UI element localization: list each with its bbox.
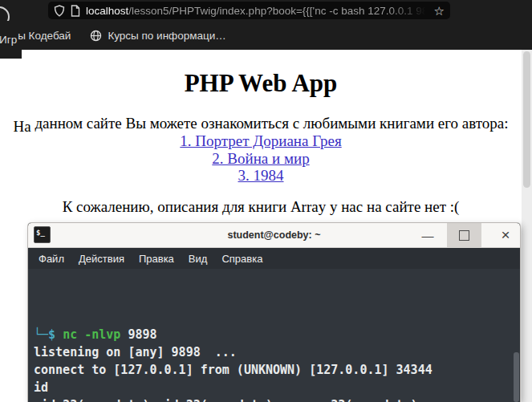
terminal-text-plain: connect to [127.0.0.1] from (UNKNOWN) [1… (34, 363, 433, 377)
terminal-text-plain: id (34, 380, 48, 395)
terminal-titlebar[interactable]: $_ student@codeby: ~ — × (28, 223, 520, 248)
terminal-output[interactable]: └─$ nc -nlvp 9898listening on [any] 9898… (28, 269, 520, 402)
url-text: localhost/lesson5/PHPTwig/index.php?book… (86, 5, 429, 17)
terminal-text-plain: listening on [any] 9898 ... (34, 345, 237, 359)
terminal-scrollbar-thumb[interactable] (514, 352, 519, 402)
terminal-menubar: ФайлДействияПравкаВидСправка (28, 248, 520, 269)
menu-item-вид[interactable]: Вид (189, 253, 208, 265)
shield-icon (54, 5, 65, 17)
globe-icon (90, 30, 102, 42)
terminal-window: $_ student@codeby: ~ — × ФайлДействияПра… (28, 223, 520, 402)
bookmark-item-games[interactable]: Игры Кодебай (0, 30, 71, 42)
menu-item-правка[interactable]: Правка (139, 253, 174, 265)
maximize-button[interactable] (447, 223, 481, 247)
url-host: localhost (86, 5, 128, 17)
browser-toolbar: localhost/lesson5/PHPTwig/index.php?book… (0, 0, 532, 21)
intro-first-word: На (14, 118, 31, 135)
close-button[interactable]: × (491, 223, 520, 247)
url-path: /lesson5/PHPTwig/index.php?book={{['nc -… (128, 5, 428, 17)
page-title: PHP Web App (0, 69, 522, 98)
bookmark-label-part1: Игр (0, 34, 17, 46)
terminal-line: uid=33(www-data) gid=33(www-data) groups… (34, 396, 520, 402)
book-link[interactable]: 1. Портрет Дориана Грея (0, 132, 522, 150)
intro-rest: данном сайте Вы можете ознакомиться с лю… (31, 115, 509, 132)
notice-text: К сожалению, описания для книги Array у … (0, 198, 522, 216)
book-links: 1. Портрет Дориана Грея2. Война и мир3. … (0, 132, 522, 185)
terminal-line: connect to [127.0.0.1] from (UNKNOWN) [1… (34, 361, 520, 379)
terminal-text-plain: uid=33(www-data) gid=33(www-data) groups… (34, 398, 418, 402)
menu-item-действия[interactable]: Действия (79, 253, 124, 265)
menu-item-справка[interactable]: Справка (221, 253, 262, 265)
bookmark-star-icon[interactable]: ☆ (434, 5, 445, 17)
minimize-button[interactable]: — (416, 223, 440, 247)
page-content: PHP Web App На данном сайте Вы можете оз… (0, 50, 522, 216)
intro-text: На данном сайте Вы можете ознакомиться с… (0, 115, 522, 132)
page-scrollbar[interactable] (522, 50, 532, 402)
bookmark-label-part2: ы Кодебай (18, 30, 71, 42)
bookmark-item-courses[interactable]: Курсы по информаци… (108, 30, 225, 42)
page-scrollbar-thumb[interactable] (523, 51, 530, 188)
terminal-text-prompt: └─$ (34, 327, 63, 342)
book-link[interactable]: 2. Война и мир (0, 150, 522, 168)
terminal-text-plain: 9898 (120, 327, 156, 342)
maximize-icon (459, 230, 469, 241)
bookmarks-bar: Игры Кодебай Курсы по информаци… (0, 21, 532, 50)
book-link[interactable]: 3. 1984 (0, 167, 522, 185)
terminal-line: └─$ nc -nlvp 9898 (34, 326, 520, 343)
terminal-line: id (34, 379, 520, 396)
terminal-text-cmd: nc -nlvp (63, 327, 120, 342)
address-bar[interactable]: localhost/lesson5/PHPTwig/index.php?book… (48, 2, 450, 19)
terminal-line: listening on [any] 9898 ... (34, 343, 520, 361)
page-icon (71, 5, 80, 17)
menu-item-файл[interactable]: Файл (39, 253, 64, 265)
